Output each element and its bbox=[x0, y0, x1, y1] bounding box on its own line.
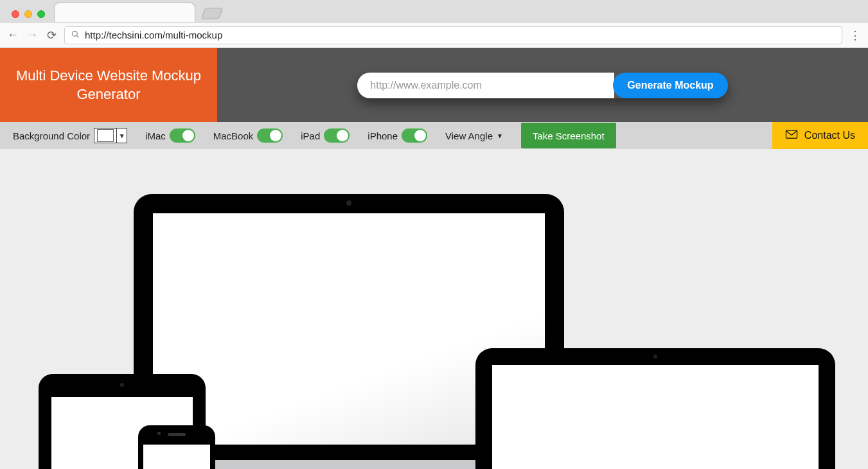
window-controls bbox=[6, 10, 50, 22]
bgcolor-picker[interactable]: ▼ bbox=[94, 128, 127, 143]
address-input[interactable] bbox=[85, 30, 835, 40]
bgcolor-label: Background Color bbox=[13, 130, 90, 141]
chevron-down-icon: ▼ bbox=[497, 132, 503, 139]
header-right: Generate Mockup bbox=[217, 48, 868, 122]
iphone-toggle[interactable] bbox=[402, 128, 427, 143]
take-screenshot-button[interactable]: Take Screenshot bbox=[521, 123, 616, 148]
browser-chrome: ← → ⟳ ⋮ bbox=[0, 0, 868, 48]
bgcolor-control: Background Color ▼ bbox=[13, 128, 127, 143]
search-icon bbox=[71, 30, 80, 40]
zoom-window-icon[interactable] bbox=[37, 10, 45, 18]
chevron-down-icon: ▼ bbox=[116, 128, 127, 143]
device-toggle-iphone: iPhone bbox=[368, 128, 427, 143]
address-bar-row: ← → ⟳ ⋮ bbox=[0, 22, 868, 48]
mockup-canvas bbox=[0, 149, 868, 469]
generate-mockup-button[interactable]: Generate Mockup bbox=[613, 73, 727, 98]
mockup-url-form: Generate Mockup bbox=[357, 73, 727, 98]
camera-icon bbox=[120, 383, 124, 387]
device-label: MacBook bbox=[213, 130, 254, 141]
tab-strip bbox=[0, 0, 868, 22]
minimize-window-icon[interactable] bbox=[24, 10, 32, 18]
contact-us-label: Contact Us bbox=[804, 130, 855, 141]
svg-rect-2 bbox=[786, 130, 797, 138]
new-tab-button[interactable] bbox=[201, 8, 224, 19]
envelope-icon bbox=[785, 130, 798, 141]
device-toggle-ipad: iPad bbox=[301, 128, 350, 143]
close-window-icon[interactable] bbox=[12, 10, 19, 18]
options-toolbar: Background Color ▼ iMac MacBook iPad iPh… bbox=[0, 122, 868, 149]
contact-us-button[interactable]: Contact Us bbox=[772, 122, 868, 149]
back-button[interactable]: ← bbox=[6, 28, 19, 42]
device-label: iPhone bbox=[368, 130, 398, 141]
camera-icon bbox=[653, 355, 657, 358]
macbook-screen bbox=[492, 365, 819, 469]
mockup-url-input[interactable] bbox=[357, 73, 614, 98]
bgcolor-swatch bbox=[97, 129, 114, 142]
device-iphone bbox=[138, 425, 215, 469]
reload-button[interactable]: ⟳ bbox=[45, 28, 58, 42]
camera-icon bbox=[346, 200, 351, 206]
view-angle-label: View Angle bbox=[445, 130, 493, 141]
svg-line-1 bbox=[76, 35, 78, 37]
device-toggle-macbook: MacBook bbox=[213, 128, 283, 143]
macbook-toggle[interactable] bbox=[257, 128, 283, 143]
browser-menu-button[interactable]: ⋮ bbox=[849, 28, 862, 42]
address-bar[interactable] bbox=[64, 26, 842, 44]
ipad-toggle[interactable] bbox=[324, 128, 350, 143]
device-toggle-imac: iMac bbox=[145, 128, 195, 143]
device-label: iMac bbox=[145, 130, 166, 141]
device-label: iPad bbox=[301, 130, 320, 141]
device-macbook bbox=[475, 348, 835, 469]
speaker-icon bbox=[168, 433, 186, 436]
site-title: Multi Device Website Mockup Generator bbox=[0, 48, 217, 122]
imac-toggle[interactable] bbox=[170, 128, 195, 143]
svg-point-0 bbox=[73, 31, 78, 36]
view-angle-dropdown[interactable]: View Angle ▼ bbox=[445, 130, 503, 141]
forward-button[interactable]: → bbox=[26, 28, 39, 42]
camera-icon bbox=[157, 432, 161, 435]
browser-tab[interactable] bbox=[54, 3, 195, 22]
iphone-screen bbox=[143, 445, 210, 469]
page-header: Multi Device Website Mockup Generator Ge… bbox=[0, 48, 868, 122]
